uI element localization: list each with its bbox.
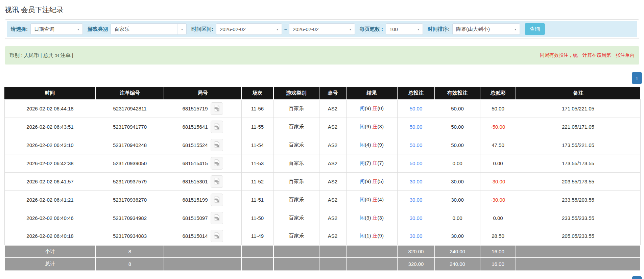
subtotal-valid-bet: 240.00 — [435, 245, 480, 258]
total-bet-link[interactable]: 50.00 — [410, 160, 423, 166]
cell-time: 2026-02-02 06:40:18 — [4, 227, 96, 245]
cell-remark: 233.55/203.55 — [516, 191, 640, 209]
column-header-7: 总投注 — [397, 87, 435, 99]
total-bet-link[interactable]: 30.00 — [410, 233, 423, 239]
filter-label-page-size: 每页笔数 : — [360, 26, 383, 32]
chevron-down-icon: ▾ — [273, 24, 282, 34]
video-replay-button[interactable] — [211, 139, 223, 151]
result-banker: 庄 — [373, 233, 378, 238]
result-player: 闲 — [360, 142, 365, 148]
total-bet-link[interactable]: 50.00 — [410, 142, 423, 148]
round-id: 681515719 — [182, 106, 208, 111]
cell-game-type: 百家乐 — [273, 172, 319, 191]
subtotal-payout: 16.00 — [480, 245, 516, 258]
cell-time: 2026-02-02 06:43:10 — [4, 136, 96, 154]
cell-payout: 28.50 — [480, 227, 516, 245]
cell-time: 2026-02-02 06:40:46 — [4, 209, 96, 227]
cell-valid-bet: 0.00 — [435, 209, 480, 227]
cell-round: 681515199 — [164, 191, 241, 209]
total-row: 总计 8 320.00 240.00 16.00 — [4, 258, 640, 270]
cell-session: 11-52 — [241, 172, 273, 191]
cell-bet-id: 523170939050 — [96, 154, 164, 172]
cell-bet-id: 523170937579 — [96, 172, 164, 191]
chevron-down-icon: ▾ — [74, 24, 82, 34]
column-header-9: 总派彩 — [480, 87, 516, 99]
game-type-select[interactable]: 百家乐 ▾ — [111, 23, 187, 35]
video-file-icon — [213, 141, 220, 149]
cell-result: 闲(4) 庄(9) — [346, 136, 397, 154]
table-row: 2026-02-02 06:40:46523170934982681515097… — [4, 209, 640, 227]
cell-session: 11-49 — [241, 227, 273, 245]
column-header-3: 场次 — [241, 87, 273, 99]
cell-table-no: AS2 — [319, 191, 346, 209]
date-mode-select[interactable]: 日期查询 ▾ — [30, 23, 83, 35]
column-header-5: 桌号 — [319, 87, 346, 99]
cell-remark: 233.55/233.55 — [516, 209, 640, 227]
cell-session: 11-55 — [241, 118, 273, 136]
date-from-select[interactable]: 2026-02-02 ▾ — [216, 23, 282, 35]
video-file-icon — [213, 123, 220, 131]
cell-remark: 173.55/173.55 — [516, 154, 640, 172]
summary-bar: 币别 : 人民币 | 总共 :8 注单 | 同局有效投注，统一计算在该局第一张注… — [5, 46, 639, 65]
video-replay-button[interactable] — [211, 121, 223, 133]
subtotal-label: 小计 — [4, 245, 96, 258]
cell-total-bet: 30.00 — [397, 172, 435, 191]
filter-label-time-range: 时间区间: — [191, 26, 213, 32]
video-replay-button[interactable] — [211, 194, 223, 206]
cell-result: 闲(3) 庄(3) — [346, 209, 397, 227]
cell-remark: 171.05/221.05 — [516, 99, 640, 118]
page-button-1[interactable]: 1 — [632, 72, 642, 84]
cell-game-type: 百家乐 — [273, 209, 319, 227]
video-file-icon — [213, 159, 220, 168]
filter-label-mode: 请选择: — [11, 26, 28, 32]
column-header-0: 时间 — [4, 87, 96, 99]
result-player: 闲 — [360, 233, 365, 238]
cell-total-bet: 30.00 — [397, 209, 435, 227]
cell-valid-bet: 50.00 — [435, 136, 480, 154]
total-bet-link[interactable]: 30.00 — [410, 215, 423, 221]
total-bet-link[interactable]: 50.00 — [410, 124, 423, 130]
result-player: 闲 — [360, 105, 365, 111]
cell-time: 2026-02-02 06:43:51 — [4, 118, 96, 136]
cell-table-no: AS2 — [319, 172, 346, 191]
video-replay-button[interactable] — [211, 230, 223, 242]
table-row: 2026-02-02 06:42:38523170939050681515415… — [4, 154, 640, 172]
cell-time: 2026-02-02 06:44:18 — [4, 99, 96, 118]
round-id: 681515301 — [182, 179, 208, 184]
page-button-1-bottom[interactable] — [632, 276, 642, 279]
date-to-select[interactable]: 2026-02-02 ▾ — [289, 23, 355, 35]
time-sort-select[interactable]: 降幂(由大到小) ▾ — [452, 23, 520, 35]
cell-round: 681515415 — [164, 154, 241, 172]
total-bet-link[interactable]: 50.00 — [410, 106, 423, 111]
round-id: 681515415 — [182, 160, 208, 166]
cell-valid-bet: 50.00 — [435, 99, 480, 118]
total-bet-link[interactable]: 30.00 — [410, 179, 423, 184]
page-size-select[interactable]: 100 ▾ — [386, 23, 423, 35]
cell-round: 681515719 — [164, 99, 241, 118]
column-header-1: 注单编号 — [96, 87, 164, 99]
video-replay-button[interactable] — [211, 175, 223, 188]
result-banker: 庄 — [373, 124, 378, 129]
result-player: 闲 — [360, 178, 365, 184]
cell-valid-bet: 0.00 — [435, 154, 480, 172]
cell-payout: -30.00 — [480, 191, 516, 209]
result-player: 闲 — [360, 124, 365, 129]
cell-game-type: 百家乐 — [273, 99, 319, 118]
video-replay-button[interactable] — [211, 157, 223, 170]
search-button[interactable]: 查询 — [525, 23, 545, 35]
table-row: 2026-02-02 06:41:21523170936270681515199… — [4, 191, 640, 209]
total-valid-bet: 240.00 — [435, 258, 480, 270]
video-replay-button[interactable] — [211, 102, 223, 115]
cell-valid-bet: 30.00 — [435, 172, 480, 191]
cell-game-type: 百家乐 — [273, 136, 319, 154]
summary-note: 同局有效投注，统一计算在该局第一张注单内 — [540, 52, 635, 58]
cell-round: 681515641 — [164, 118, 241, 136]
cell-table-no: AS2 — [319, 154, 346, 172]
result-player: 闲 — [360, 197, 365, 202]
total-bet-link[interactable]: 30.00 — [410, 197, 423, 203]
cell-time: 2026-02-02 06:41:21 — [4, 191, 96, 209]
cell-game-type: 百家乐 — [273, 227, 319, 245]
cell-total-bet: 50.00 — [397, 136, 435, 154]
cell-bet-id: 523170936270 — [96, 191, 164, 209]
video-replay-button[interactable] — [211, 212, 223, 224]
